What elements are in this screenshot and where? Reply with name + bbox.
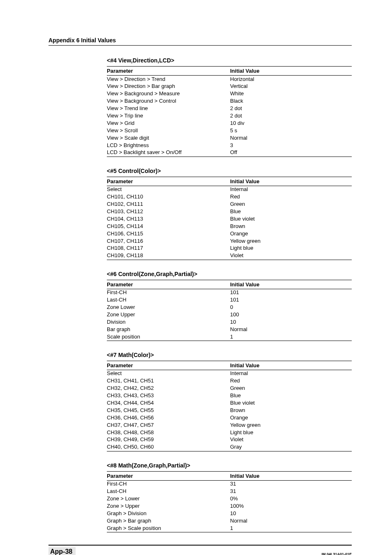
- value-cell: 3: [230, 142, 352, 149]
- parameter-cell: View > Trend line: [107, 105, 230, 112]
- table-row: Scale position1: [107, 333, 352, 341]
- section-title: <#4 View,Direction,LCD>: [107, 57, 352, 64]
- parameter-cell: CH32, CH42, CH52: [107, 385, 230, 392]
- table-row: Zone Upper100: [107, 311, 352, 318]
- table-header-row: ParameterInitial Value: [107, 67, 352, 76]
- value-cell: Internal: [230, 370, 352, 377]
- parameter-cell: Zone Upper: [107, 311, 230, 318]
- parameter-cell: LCD > Backlight saver > On/Off: [107, 149, 230, 156]
- table-row: View > Direction > Bar graphVertical: [107, 83, 352, 90]
- parameter-cell: Graph > Bar graph: [107, 518, 230, 525]
- parameter-cell: Select: [107, 370, 230, 377]
- value-cell: 100: [230, 311, 352, 318]
- table-row: CH37, CH47, CH57Yellow green: [107, 421, 352, 429]
- value-cell: Light blue: [230, 245, 352, 252]
- table-row: CH108, CH117Light blue: [107, 245, 352, 252]
- parameter-cell: View > Scroll: [107, 127, 230, 134]
- table-row: View > Scale digitNormal: [107, 134, 352, 142]
- table-row: CH104, CH113Blue violet: [107, 215, 352, 223]
- table-row: CH39, CH49, CH59Violet: [107, 436, 352, 444]
- parameter-cell: First-CH: [107, 289, 230, 296]
- table-row: View > Direction > TrendHorizontal: [107, 76, 352, 83]
- parameter-cell: CH40, CH50, CH60: [107, 444, 230, 451]
- table-row: Zone Lower0: [107, 304, 352, 311]
- table-row: SelectInternal: [107, 186, 352, 193]
- table-header-row: ParameterInitial Value: [107, 177, 352, 186]
- parameter-cell: View > Direction > Bar graph: [107, 83, 230, 90]
- table-row: CH32, CH42, CH52Green: [107, 385, 352, 392]
- value-cell: Brown: [230, 407, 352, 414]
- parameter-cell: CH103, CH112: [107, 208, 230, 215]
- page: Appendix 6 Initial Values <#4 View,Direc…: [0, 0, 392, 555]
- column-header-initial-value: Initial Value: [230, 178, 352, 184]
- parameter-cell: Graph > Scale position: [107, 525, 230, 532]
- value-cell: Black: [230, 98, 352, 105]
- parameter-cell: Scale position: [107, 334, 230, 341]
- parameter-cell: CH104, CH113: [107, 216, 230, 223]
- parameter-cell: Bar graph: [107, 326, 230, 333]
- parameter-cell: Last-CH: [107, 297, 230, 304]
- column-header-parameter: Parameter: [107, 362, 230, 368]
- table-row: CH109, CH118Violet: [107, 252, 352, 260]
- parameter-cell: CH106, CH115: [107, 230, 230, 237]
- value-cell: Yellow green: [230, 422, 352, 429]
- parameter-cell: CH36, CH46, CH56: [107, 415, 230, 421]
- column-header-initial-value: Initial Value: [230, 473, 352, 479]
- column-header-parameter: Parameter: [107, 68, 230, 74]
- table-row: CH31, CH41, CH51Red: [107, 378, 352, 385]
- section-title: <#8 Math(Zone,Graph,Partial)>: [107, 462, 352, 469]
- section: <#6 Control(Zone,Graph,Partial)>Paramete…: [107, 271, 352, 341]
- table-row: View > Grid10 div: [107, 120, 352, 127]
- value-cell: Gray: [230, 444, 352, 451]
- parameter-cell: View > Grid: [107, 120, 230, 127]
- table-row: LCD > Backlight saver > On/OffOff: [107, 149, 352, 157]
- value-cell: Violet: [230, 436, 352, 443]
- parameter-cell: View > Background > Control: [107, 98, 230, 105]
- sections-container: <#4 View,Direction,LCD>ParameterInitial …: [48, 57, 352, 532]
- table-row: View > Background > ControlBlack: [107, 98, 352, 105]
- table-row: Last-CH31: [107, 488, 352, 495]
- parameter-cell: LCD > Brightness: [107, 142, 230, 149]
- value-cell: 1: [230, 334, 352, 341]
- parameter-cell: CH108, CH117: [107, 245, 230, 252]
- parameter-table: ParameterInitial ValueView > Direction >…: [107, 66, 352, 157]
- value-cell: White: [230, 90, 352, 97]
- value-cell: Off: [230, 149, 352, 156]
- table-row: CH103, CH112Blue: [107, 208, 352, 215]
- value-cell: 100%: [230, 503, 352, 510]
- page-footer: App-38 IM 04L31A01-01E: [48, 545, 352, 555]
- column-header-initial-value: Initial Value: [230, 68, 352, 74]
- page-number: App-38: [48, 547, 76, 555]
- value-cell: Blue: [230, 208, 352, 215]
- parameter-cell: CH109, CH118: [107, 252, 230, 259]
- table-row: View > Trend line2 dot: [107, 105, 352, 113]
- document-code: IM 04L31A01-01E: [321, 552, 352, 555]
- column-header-parameter: Parameter: [107, 473, 230, 479]
- parameter-cell: View > Direction > Trend: [107, 76, 230, 83]
- table-row: Zone > Lower0%: [107, 495, 352, 503]
- value-cell: 2 dot: [230, 113, 352, 120]
- table-row: Graph > Division10: [107, 510, 352, 517]
- value-cell: 0%: [230, 495, 352, 502]
- table-row: Graph > Bar graphNormal: [107, 517, 352, 525]
- value-cell: Orange: [230, 415, 352, 421]
- value-cell: 5 s: [230, 127, 352, 134]
- section-title: <#6 Control(Zone,Graph,Partial)>: [107, 271, 352, 277]
- table-row: Zone > Upper100%: [107, 502, 352, 510]
- value-cell: Red: [230, 378, 352, 385]
- value-cell: Vertical: [230, 83, 352, 90]
- section: <#8 Math(Zone,Graph,Partial)>ParameterIn…: [107, 462, 352, 532]
- value-cell: Normal: [230, 326, 352, 333]
- value-cell: 0: [230, 304, 352, 311]
- value-cell: Blue violet: [230, 400, 352, 407]
- value-cell: Blue violet: [230, 216, 352, 223]
- parameter-cell: CH34, CH44, CH54: [107, 400, 230, 407]
- parameter-cell: Graph > Division: [107, 510, 230, 517]
- table-row: SelectInternal: [107, 370, 352, 378]
- parameter-table: ParameterInitial ValueSelectInternalCH10…: [107, 177, 352, 260]
- value-cell: 31: [230, 481, 352, 488]
- value-cell: Horizontal: [230, 76, 352, 83]
- column-header-initial-value: Initial Value: [230, 362, 352, 368]
- value-cell: Green: [230, 201, 352, 208]
- column-header-initial-value: Initial Value: [230, 281, 352, 288]
